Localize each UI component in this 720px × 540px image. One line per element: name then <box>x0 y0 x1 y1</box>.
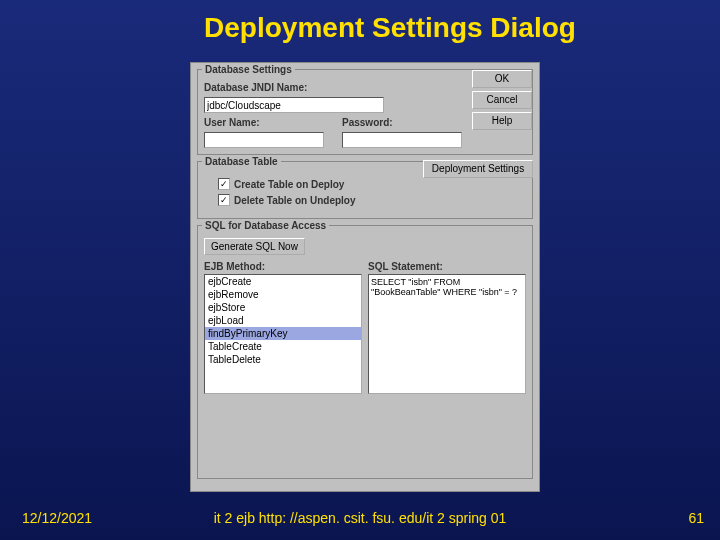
list-item[interactable]: ejbStore <box>205 301 361 314</box>
list-item[interactable]: TableDelete <box>205 353 361 366</box>
delete-table-checkbox[interactable]: ✓ <box>218 194 230 206</box>
password-input[interactable] <box>342 132 462 148</box>
deployment-settings-button[interactable]: Deployment Settings <box>423 160 533 178</box>
user-name-label: User Name: <box>204 117 274 128</box>
database-table-legend: Database Table <box>202 156 281 167</box>
delete-table-label: Delete Table on Undeploy <box>234 195 356 206</box>
footer-date: 12/12/2021 <box>22 510 92 526</box>
deployment-settings-dialog: Database Settings Database JNDI Name: Us… <box>190 62 540 492</box>
list-item[interactable]: findByPrimaryKey <box>205 327 361 340</box>
create-table-label: Create Table on Deploy <box>234 179 344 190</box>
help-button[interactable]: Help <box>472 112 532 130</box>
list-item[interactable]: ejbLoad <box>205 314 361 327</box>
ejb-method-label: EJB Method: <box>204 261 362 272</box>
database-settings-group: Database Settings Database JNDI Name: Us… <box>197 69 533 155</box>
list-item[interactable]: TableCreate <box>205 340 361 353</box>
sql-statement-textarea[interactable]: SELECT "isbn" FROM "BookBeanTable" WHERE… <box>368 274 526 394</box>
footer-url: it 2 ejb http: //aspen. csit. fsu. edu/i… <box>214 510 507 526</box>
database-table-group: Database Table Deployment Settings ✓ Cre… <box>197 161 533 219</box>
generate-sql-button[interactable]: Generate SQL Now <box>204 238 305 255</box>
jndi-name-input[interactable] <box>204 97 384 113</box>
sql-statement-label: SQL Statement: <box>368 261 526 272</box>
database-settings-legend: Database Settings <box>202 64 295 75</box>
slide-title: Deployment Settings Dialog <box>0 0 720 44</box>
footer-page-number: 61 <box>688 510 704 526</box>
jndi-name-label: Database JNDI Name: <box>204 82 307 93</box>
sql-access-group: SQL for Database Access Generate SQL Now… <box>197 225 533 479</box>
password-label: Password: <box>342 117 402 128</box>
create-table-checkbox[interactable]: ✓ <box>218 178 230 190</box>
sql-access-legend: SQL for Database Access <box>202 220 329 231</box>
user-name-input[interactable] <box>204 132 324 148</box>
cancel-button[interactable]: Cancel <box>472 91 532 109</box>
list-item[interactable]: ejbCreate <box>205 275 361 288</box>
list-item[interactable]: ejbRemove <box>205 288 361 301</box>
ejb-method-listbox[interactable]: ejbCreateejbRemoveejbStoreejbLoadfindByP… <box>204 274 362 394</box>
ok-button[interactable]: OK <box>472 70 532 88</box>
